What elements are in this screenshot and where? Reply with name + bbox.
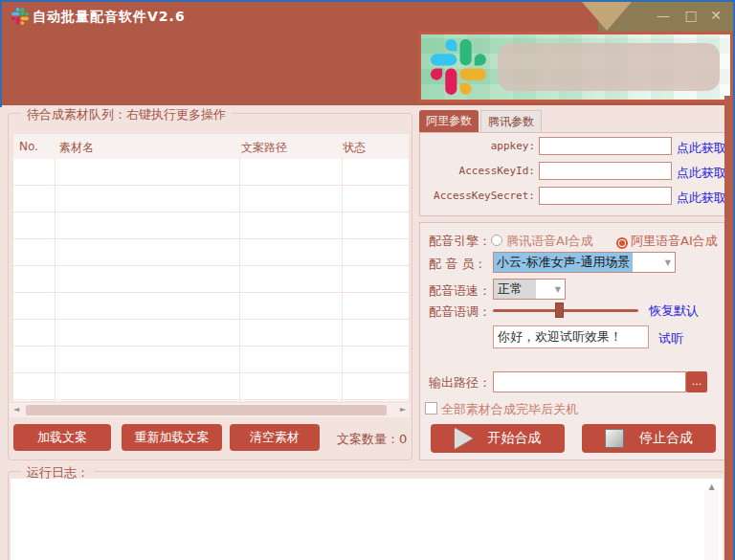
close-button[interactable]: ✕ (706, 8, 725, 23)
scroll-up-icon[interactable]: ▲ (704, 481, 719, 492)
play-icon (455, 428, 473, 449)
browse-button[interactable]: ... (686, 371, 707, 392)
window-frame-right (724, 96, 733, 560)
pitch-slider-handle[interactable] (555, 302, 564, 318)
maximize-button[interactable]: □ (681, 8, 701, 23)
output-path-input[interactable] (493, 371, 686, 392)
tab-tencent-params[interactable]: 腾讯参数 (480, 110, 542, 132)
window-frame-left (0, 0, 2, 107)
accesskeysecret-get-link[interactable]: 点此获取 (677, 190, 726, 207)
accesskeyid-input[interactable] (539, 162, 672, 180)
stop-icon (605, 429, 624, 448)
clear-materials-button[interactable]: 清空素材 (230, 424, 320, 451)
table-body[interactable] (13, 159, 409, 401)
pitch-slider[interactable] (493, 309, 638, 312)
app-logo-icon (11, 8, 29, 25)
corner-ribbon (582, 2, 632, 31)
queue-groupbox-legend: 待合成素材队列：右键执行更多操作 (21, 106, 232, 123)
column-status[interactable]: 状态 (343, 140, 366, 156)
tencent-engine-radio[interactable] (491, 235, 502, 246)
audition-link[interactable]: 试听 (658, 330, 683, 347)
app-window: 自动批量配音软件V2.6 — □ ✕ 待合成素材队列：右键执行更多操作 No. … (0, 0, 735, 560)
preview-text-input[interactable] (493, 325, 649, 348)
column-script-path[interactable]: 文案路径 (241, 140, 287, 156)
column-divider (55, 159, 56, 401)
start-button-label: 开始合成 (488, 430, 542, 447)
window-frame-top (0, 0, 735, 2)
banner-background (421, 34, 730, 100)
speed-selected-value: 正常 (494, 280, 536, 299)
banner-slack-icon (431, 39, 486, 95)
log-vertical-scrollbar[interactable] (704, 490, 719, 560)
reset-default-link[interactable]: 恢复默认 (649, 302, 699, 320)
accesskeysecret-input[interactable] (539, 187, 672, 205)
voice-label: 配 音 员： (429, 256, 486, 273)
scroll-right-icon[interactable]: ► (396, 403, 410, 417)
script-count-label: 文案数量： (337, 432, 399, 446)
shutdown-checkbox-label[interactable]: 全部素材合成完毕后关机 (441, 401, 578, 418)
chevron-down-icon: ▼ (555, 285, 565, 294)
voice-selected-value: 小云-标准女声-通用场景 (494, 253, 633, 272)
minimize-button[interactable]: — (654, 8, 673, 23)
engine-label: 配音引擎： (429, 233, 491, 250)
chevron-down-icon: ▼ (665, 258, 675, 267)
horizontal-scrollbar-thumb[interactable] (26, 405, 387, 415)
tencent-engine-option[interactable]: 腾讯语音AI合成 (506, 233, 593, 250)
appkey-input[interactable] (539, 137, 672, 155)
output-path-label: 输出路径： (429, 374, 491, 392)
ali-engine-option[interactable]: 阿里语音AI合成 (631, 233, 718, 250)
promo-banner (418, 32, 733, 102)
script-count: 文案数量：0 (337, 431, 407, 448)
tab-ali-params[interactable]: 阿里参数 (419, 110, 479, 132)
pitch-label: 配音语调： (429, 303, 491, 321)
speed-dropdown[interactable]: 正常 ▼ (493, 279, 566, 300)
start-synthesis-button[interactable]: 开始合成 (431, 424, 565, 453)
load-script-button[interactable]: 加载文案 (13, 424, 111, 451)
column-material-name[interactable]: 素材名 (59, 140, 94, 156)
appkey-get-link[interactable]: 点此获取 (677, 140, 726, 157)
banner-redacted-text (498, 43, 720, 91)
stop-synthesis-button[interactable]: 停止合成 (582, 424, 716, 453)
ali-engine-radio[interactable] (616, 237, 628, 249)
stop-button-label: 停止合成 (639, 430, 693, 447)
column-no[interactable]: No. (19, 140, 38, 153)
accesskeyid-label: AccessKeyId: (425, 165, 535, 177)
column-divider (239, 159, 240, 401)
reload-script-button[interactable]: 重新加载文案 (122, 424, 222, 451)
column-divider (342, 159, 343, 401)
voice-dropdown[interactable]: 小云-标准女声-通用场景 ▼ (493, 252, 676, 273)
shutdown-checkbox[interactable] (425, 402, 437, 414)
appkey-label: appkey: (425, 140, 535, 152)
log-textarea[interactable] (11, 479, 723, 560)
script-count-value: 0 (399, 432, 407, 446)
accesskeysecret-label: AccessKeySecret: (425, 190, 535, 202)
accesskeyid-get-link[interactable]: 点此获取 (677, 165, 726, 182)
window-title: 自动批量配音软件V2.6 (33, 9, 186, 26)
scroll-left-icon[interactable]: ◄ (10, 403, 23, 417)
speed-label: 配音语速： (429, 282, 491, 300)
